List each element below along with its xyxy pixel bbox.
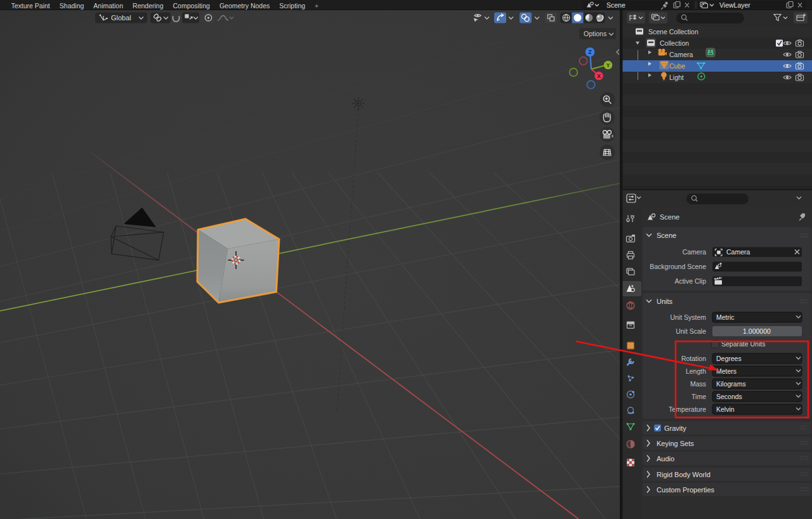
svg-text:Kilograms: Kilograms [716, 380, 746, 388]
svg-text:Camera: Camera [669, 51, 693, 58]
svg-text:Rigid Body World: Rigid Body World [657, 471, 710, 478]
svg-text:Scene Collection: Scene Collection [648, 28, 698, 36]
svg-text:Temperature: Temperature [669, 405, 706, 413]
svg-text:Y: Y [606, 62, 610, 69]
svg-text:Cube: Cube [669, 62, 685, 70]
svg-text:Global: Global [111, 14, 131, 22]
svg-text:Audio: Audio [657, 455, 674, 463]
svg-text:Metric: Metric [716, 313, 735, 321]
svg-text:X: X [597, 73, 601, 79]
svg-text:Keying Sets: Keying Sets [657, 440, 694, 447]
svg-text:Length: Length [686, 367, 706, 375]
svg-text:Separate Units: Separate Units [721, 340, 765, 348]
svg-text:Rotation: Rotation [681, 355, 706, 362]
svg-text:Z: Z [588, 49, 591, 55]
svg-text:Time: Time [691, 393, 706, 400]
svg-text:Degrees: Degrees [716, 355, 742, 362]
svg-text:Kelvin: Kelvin [716, 405, 735, 413]
svg-text:Scene: Scene [606, 1, 625, 9]
svg-text:ViewLayer: ViewLayer [719, 1, 750, 9]
svg-text:Custom Properties: Custom Properties [657, 486, 715, 494]
svg-text:1.000000: 1.000000 [743, 327, 771, 335]
svg-text:Camera: Camera [726, 248, 750, 256]
svg-text:Light: Light [669, 74, 684, 81]
svg-text:Camera: Camera [683, 248, 707, 256]
svg-text:Scene: Scene [657, 232, 676, 239]
svg-text:Units: Units [657, 298, 673, 305]
svg-text:Unit System: Unit System [670, 313, 706, 321]
svg-text:Scene: Scene [660, 213, 679, 221]
svg-text:Unit Scale: Unit Scale [676, 327, 706, 335]
svg-text:Mass: Mass [690, 380, 706, 388]
svg-text:Collection: Collection [660, 39, 689, 47]
svg-text:Meters: Meters [716, 367, 737, 375]
svg-text:Background Scene: Background Scene [650, 263, 706, 270]
svg-text:Gravity: Gravity [664, 424, 686, 432]
svg-text:Seconds: Seconds [716, 393, 742, 400]
svg-text:Active Clip: Active Clip [674, 277, 706, 285]
